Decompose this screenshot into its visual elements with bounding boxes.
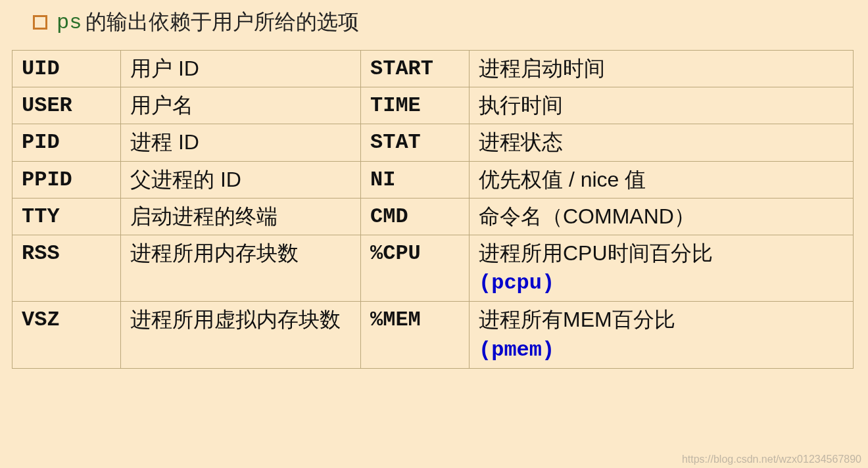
desc-tty: 启动进程的终端 bbox=[121, 198, 361, 235]
desc-cmd: 命令名（COMMAND） bbox=[470, 198, 854, 235]
table-row: PID 进程 ID STAT 进程状态 bbox=[12, 124, 854, 161]
ps-output-table: UID 用户 ID START 进程启动时间 USER 用户名 TIME 执行时… bbox=[12, 50, 854, 369]
desc-pmem-sub: (pmem) bbox=[479, 338, 554, 362]
desc-ppid: 父进程的 ID bbox=[121, 161, 361, 198]
desc-user: 用户名 bbox=[121, 87, 361, 124]
key-start: START bbox=[361, 51, 470, 87]
desc-pcpu-text: 进程所用CPU时间百分比 bbox=[479, 241, 713, 265]
key-user: USER bbox=[12, 87, 121, 124]
desc-pmem-text: 进程所有MEM百分比 bbox=[479, 308, 675, 331]
key-uid: UID bbox=[12, 51, 121, 87]
key-rss: RSS bbox=[12, 235, 121, 301]
table-row: USER 用户名 TIME 执行时间 bbox=[12, 87, 854, 124]
desc-ni: 优先权值 / nice 值 bbox=[470, 161, 854, 198]
desc-stat: 进程状态 bbox=[470, 124, 854, 161]
page-title: ps 的输出依赖于用户所给的选项 bbox=[0, 0, 868, 50]
watermark: https://blog.csdn.net/wzx01234567890 bbox=[682, 454, 861, 465]
key-stat: STAT bbox=[361, 124, 470, 161]
desc-rss: 进程所用内存块数 bbox=[121, 235, 361, 301]
table-row: PPID 父进程的 ID NI 优先权值 / nice 值 bbox=[12, 161, 854, 198]
desc-time: 执行时间 bbox=[470, 87, 854, 124]
key-cmd: CMD bbox=[361, 198, 470, 235]
key-ni: NI bbox=[361, 161, 470, 198]
table-row: RSS 进程所用内存块数 %CPU 进程所用CPU时间百分比 (pcpu) bbox=[12, 235, 854, 301]
title-code: ps bbox=[57, 11, 82, 35]
key-time: TIME bbox=[361, 87, 470, 124]
key-tty: TTY bbox=[12, 198, 121, 235]
key-ppid: PPID bbox=[12, 161, 121, 198]
desc-vsz: 进程所用虚拟内存块数 bbox=[121, 302, 361, 368]
desc-pid: 进程 ID bbox=[121, 124, 361, 161]
desc-pmem: 进程所有MEM百分比 (pmem) bbox=[470, 302, 854, 368]
bullet-icon bbox=[33, 15, 47, 30]
desc-start: 进程启动时间 bbox=[470, 51, 854, 87]
key-pcpu: %CPU bbox=[361, 235, 470, 301]
key-pid: PID bbox=[12, 124, 121, 161]
desc-pcpu: 进程所用CPU时间百分比 (pcpu) bbox=[470, 235, 854, 301]
table-row: VSZ 进程所用虚拟内存块数 %MEM 进程所有MEM百分比 (pmem) bbox=[12, 302, 854, 368]
title-text: 的输出依赖于用户所给的选项 bbox=[85, 8, 359, 37]
table-row: TTY 启动进程的终端 CMD 命令名（COMMAND） bbox=[12, 198, 854, 235]
key-vsz: VSZ bbox=[12, 302, 121, 368]
key-pmem: %MEM bbox=[361, 302, 470, 368]
table-row: UID 用户 ID START 进程启动时间 bbox=[12, 51, 854, 87]
desc-pcpu-sub: (pcpu) bbox=[479, 271, 554, 295]
desc-uid: 用户 ID bbox=[121, 51, 361, 87]
